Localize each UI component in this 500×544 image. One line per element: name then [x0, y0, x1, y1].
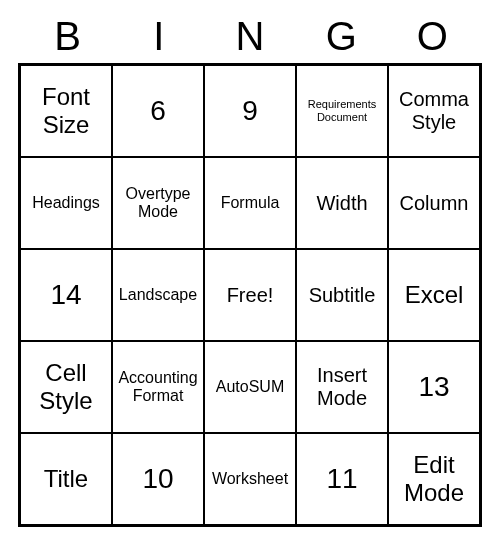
- header-o: O: [387, 14, 478, 59]
- cell-0-3[interactable]: Requirements Document: [296, 65, 388, 157]
- bingo-grid: Font Size 6 9 Requirements Document Comm…: [18, 63, 482, 527]
- bingo-header: B I N G O: [18, 14, 482, 63]
- header-b: B: [22, 14, 113, 59]
- cell-4-1[interactable]: 10: [112, 433, 204, 525]
- cell-2-0[interactable]: 14: [20, 249, 112, 341]
- cell-1-3[interactable]: Width: [296, 157, 388, 249]
- cell-1-1[interactable]: Overtype Mode: [112, 157, 204, 249]
- cell-2-3[interactable]: Subtitle: [296, 249, 388, 341]
- cell-4-4[interactable]: Edit Mode: [388, 433, 480, 525]
- cell-0-4[interactable]: Comma Style: [388, 65, 480, 157]
- cell-3-2[interactable]: AutoSUM: [204, 341, 296, 433]
- cell-3-1[interactable]: Accounting Format: [112, 341, 204, 433]
- cell-3-4[interactable]: 13: [388, 341, 480, 433]
- cell-3-3[interactable]: Insert Mode: [296, 341, 388, 433]
- cell-2-4[interactable]: Excel: [388, 249, 480, 341]
- cell-0-2[interactable]: 9: [204, 65, 296, 157]
- cell-4-3[interactable]: 11: [296, 433, 388, 525]
- bingo-card: B I N G O Font Size 6 9 Requirements Doc…: [18, 14, 482, 527]
- cell-1-0[interactable]: Headings: [20, 157, 112, 249]
- cell-2-1[interactable]: Landscape: [112, 249, 204, 341]
- header-i: I: [113, 14, 204, 59]
- cell-2-2[interactable]: Free!: [204, 249, 296, 341]
- cell-4-2[interactable]: Worksheet: [204, 433, 296, 525]
- cell-0-0[interactable]: Font Size: [20, 65, 112, 157]
- cell-0-1[interactable]: 6: [112, 65, 204, 157]
- cell-3-0[interactable]: Cell Style: [20, 341, 112, 433]
- header-n: N: [204, 14, 295, 59]
- cell-4-0[interactable]: Title: [20, 433, 112, 525]
- cell-1-2[interactable]: Formula: [204, 157, 296, 249]
- header-g: G: [296, 14, 387, 59]
- cell-1-4[interactable]: Column: [388, 157, 480, 249]
